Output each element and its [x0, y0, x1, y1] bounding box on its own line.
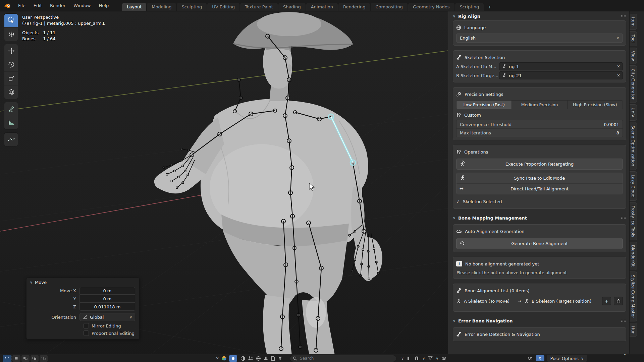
select-mode-box-button[interactable] [12, 355, 20, 362]
search-box[interactable] [290, 355, 396, 362]
delete-mapping-button[interactable] [614, 297, 623, 305]
tab-texture-paint[interactable]: Texture Paint [240, 3, 278, 11]
proportional-edit-icon[interactable] [407, 356, 411, 361]
caret-up-icon[interactable]: ^ [623, 354, 627, 358]
select-box-tool[interactable] [4, 14, 18, 27]
tab-frosty-ice-tools[interactable]: Frosty Ice Tools [630, 202, 637, 241]
generate-alignment-button[interactable]: Generate Bone Alignment [456, 238, 623, 249]
select-new-icon [14, 356, 18, 360]
clear-skeleton-a-button[interactable]: ✕ [617, 64, 620, 69]
add-mapping-button[interactable]: + [602, 297, 611, 305]
tab-blenderkit[interactable]: BlenderKit [630, 242, 637, 270]
bone-mapping-header[interactable]: ∨ Bone Mapping Management [453, 214, 626, 222]
tab-hur[interactable]: Hur [630, 323, 637, 337]
sync-pose-button[interactable]: Sync Pose to Edit Mode [457, 173, 623, 183]
mirror-editing-checkbox[interactable] [84, 323, 89, 328]
curve-pen-tool[interactable] [4, 133, 18, 146]
direct-alignment-button[interactable]: ↔ Direct Head/Tail Alignment [457, 183, 623, 194]
cursor-tool[interactable] [4, 27, 18, 41]
overlays-icon[interactable] [441, 356, 446, 361]
move-tool[interactable] [4, 44, 18, 58]
mode-color-icon[interactable] [221, 356, 227, 361]
tab-animation[interactable]: Animation [306, 3, 338, 11]
select-mode-tweak-button[interactable] [3, 355, 11, 362]
axis-x-toggle[interactable]: X [536, 355, 544, 361]
tab-sculpting[interactable]: Sculpting [177, 3, 207, 11]
tab-compositing[interactable]: Compositing [371, 3, 408, 11]
select-mode-extend-button[interactable] [21, 355, 30, 362]
move-panel-header[interactable]: ∨ Move [26, 278, 139, 287]
convergence-threshold-field[interactable]: Convergence Threshold 0.0001 [457, 120, 623, 128]
tab-layout[interactable]: Layout [122, 3, 146, 11]
language-dropdown[interactable]: English ∨ [456, 34, 623, 43]
move-y-field[interactable]: 0 m [79, 295, 135, 303]
tab-view[interactable]: View [630, 48, 637, 64]
filter-funnel-icon[interactable] [428, 356, 433, 361]
pose-options-dropdown[interactable]: Pose Options ∨ [547, 355, 587, 362]
clear-skeleton-b-button[interactable]: ✕ [617, 73, 620, 78]
chevron-down-icon[interactable]: ∨ [436, 356, 438, 361]
tab-scripting[interactable]: Scripting [455, 3, 484, 11]
add-workspace-button[interactable]: + [484, 3, 495, 11]
max-iterations-label: Max Iterations [460, 130, 616, 135]
magnet-icon[interactable] [414, 356, 419, 361]
low-precision-button[interactable]: Low Precision (Fast) [457, 101, 512, 109]
tab-item[interactable]: Item [630, 14, 637, 30]
snap-cluster: ∨ ∨ ∨ [401, 356, 446, 361]
xray-icon[interactable] [528, 356, 533, 361]
chevron-down-icon[interactable]: ∨ [401, 356, 404, 361]
search-input[interactable] [299, 356, 381, 361]
select-mode-intersect-button[interactable] [40, 355, 48, 362]
tab-stylize-comp-master[interactable]: Stylize Comp Master [630, 272, 637, 321]
close-icon[interactable]: ✕ [216, 356, 219, 361]
panel-drag-dots[interactable] [621, 217, 626, 219]
scale-tool[interactable] [4, 71, 18, 85]
page-icon[interactable] [271, 356, 275, 361]
error-bone-header[interactable]: ∨ Error Bone Navigation [453, 316, 626, 325]
tab-univ[interactable]: UniV [630, 104, 637, 121]
orientation-dropdown[interactable]: Global ∨ [79, 313, 135, 321]
globe-icon [456, 25, 461, 30]
proportional-editing-checkbox[interactable] [84, 330, 89, 336]
rotate-tool[interactable] [4, 58, 18, 71]
move-z-field[interactable]: 0.011018 m [79, 303, 135, 311]
panel-drag-dots[interactable] [621, 319, 626, 322]
funnel-icon[interactable] [278, 356, 282, 361]
panel-drag-dots[interactable] [621, 15, 626, 17]
select-mode-subtract-button[interactable] [31, 355, 39, 362]
tab-shading[interactable]: Shading [278, 3, 306, 11]
people-icon[interactable] [248, 356, 254, 361]
globe-icon[interactable] [256, 356, 261, 361]
tab-geometry-nodes[interactable]: Geometry Nodes [408, 3, 454, 11]
active-mode-button[interactable] [229, 355, 237, 362]
blender-logo-icon[interactable] [3, 2, 11, 9]
tab-rendering[interactable]: Rendering [338, 3, 370, 11]
rig-align-header[interactable]: ∨ Rig Align [453, 12, 626, 20]
tab-tool[interactable]: Tool [630, 31, 637, 46]
menu-file[interactable]: File [14, 2, 30, 10]
measure-tool[interactable] [4, 116, 18, 129]
tab-modeling[interactable]: Modeling [147, 3, 176, 11]
skeleton-b-field[interactable]: rig-21 ✕ [499, 71, 623, 79]
menu-render[interactable]: Render [46, 2, 69, 10]
menu-window[interactable]: Window [69, 2, 95, 10]
medium-precision-button[interactable]: Medium Precision [512, 101, 567, 109]
high-precision-button[interactable]: High Precision (Slow) [568, 101, 623, 109]
max-iterations-field[interactable]: Max Iterations 8 [457, 128, 623, 137]
stamp-icon[interactable] [263, 356, 268, 361]
collapse-icon[interactable]: ∨ [30, 280, 33, 285]
execute-retargeting-button[interactable]: Execute Proportion Retargeting [456, 159, 623, 170]
skeleton-a-field[interactable]: rig-1 ✕ [499, 62, 623, 70]
proportional-editing-label: Proportional Editing [92, 331, 135, 336]
tab-city-generator[interactable]: City Generator [630, 65, 637, 103]
chevron-down-icon[interactable]: ∨ [422, 356, 425, 361]
transform-tool[interactable] [4, 85, 18, 99]
tab-lazy-cloud[interactable]: Lazy Cloud [630, 171, 637, 201]
annotate-tool[interactable] [4, 102, 18, 116]
move-x-field[interactable]: 0 m [79, 287, 135, 295]
menu-edit[interactable]: Edit [30, 2, 46, 10]
tab-uv-editing[interactable]: UV Editing [207, 3, 239, 11]
shading-sphere-icon[interactable] [240, 356, 246, 361]
menu-help[interactable]: Help [95, 2, 113, 10]
tab-scene-optimization[interactable]: Scene Optimization [630, 122, 637, 170]
